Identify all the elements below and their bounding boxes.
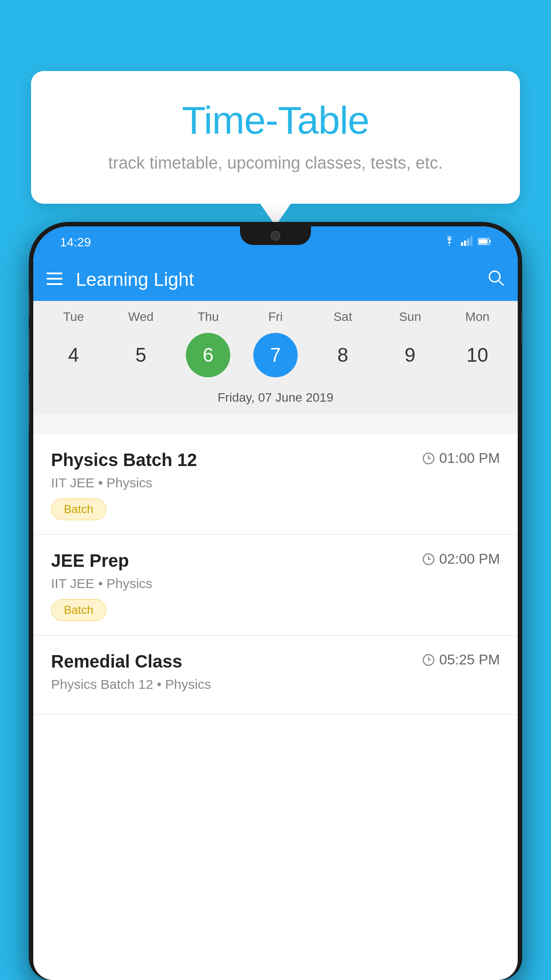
svg-rect-8 [47, 278, 63, 280]
day-8[interactable]: 8 [321, 333, 365, 377]
app-title: Learning Light [76, 269, 488, 290]
svg-rect-6 [479, 239, 488, 244]
svg-rect-7 [47, 273, 63, 274]
tooltip-subtitle: track timetable, upcoming classes, tests… [53, 154, 498, 173]
phone-shell: 14:29 [29, 222, 522, 980]
svg-rect-5 [489, 240, 491, 243]
phone-screen: 14:29 [33, 226, 518, 980]
schedule-item-2-title: JEE Prep [51, 551, 129, 571]
calendar-strip: Tue Wed Thu Fri Sat Sun Mon 4 5 6 7 8 9 … [33, 301, 518, 414]
day-headers: Tue Wed Thu Fri Sat Sun Mon [33, 310, 518, 328]
day-header-sun: Sun [388, 310, 432, 324]
notch [240, 226, 311, 245]
selected-date-label: Friday, 07 June 2019 [33, 386, 518, 414]
wifi-icon [443, 236, 456, 249]
schedule-item-2-tag: Batch [51, 599, 106, 621]
day-9[interactable]: 9 [388, 333, 432, 377]
schedule-item-2-sub: IIT JEE • Physics [51, 576, 500, 591]
schedule-item-2[interactable]: JEE Prep 02:00 PM IIT JEE • Physics Batc… [33, 535, 518, 636]
day-header-sat: Sat [321, 310, 365, 324]
schedule-item-3-sub: Physics Batch 12 • Physics [51, 677, 500, 692]
schedule-item-1-title: Physics Batch 12 [51, 450, 197, 470]
schedule-item-3-title: Remedial Class [51, 652, 182, 672]
status-time: 14:29 [60, 235, 91, 249]
volume-up-button [29, 293, 30, 317]
schedule-item-3-time: 05:25 PM [422, 652, 500, 668]
svg-point-10 [489, 271, 500, 282]
schedule-item-1-tag: Batch [51, 498, 106, 520]
assistant-button [29, 382, 30, 426]
power-button [521, 311, 522, 346]
tooltip-card: Time-Table track timetable, upcoming cla… [31, 71, 520, 204]
day-header-mon: Mon [455, 310, 500, 324]
day-header-thu: Thu [186, 310, 230, 324]
schedule-item-1-time: 01:00 PM [422, 450, 500, 466]
clock-icon-1 [422, 452, 435, 465]
svg-rect-0 [461, 242, 463, 246]
status-icons [443, 236, 491, 249]
clock-icon-3 [422, 654, 435, 666]
day-10[interactable]: 10 [455, 333, 500, 377]
svg-line-11 [499, 281, 504, 285]
schedule-item-3[interactable]: Remedial Class 05:25 PM Physics Batch 12… [33, 636, 518, 715]
svg-rect-3 [470, 236, 472, 246]
day-header-wed: Wed [119, 310, 163, 324]
day-header-fri: Fri [253, 310, 298, 324]
clock-icon-2 [422, 553, 435, 565]
tooltip-title: Time-Table [53, 98, 498, 143]
day-5[interactable]: 5 [119, 333, 163, 377]
schedule-item-1-header: Physics Batch 12 01:00 PM [51, 450, 500, 470]
day-numbers: 4 5 6 7 8 9 10 [33, 328, 518, 386]
day-6-today[interactable]: 6 [186, 333, 230, 377]
search-icon[interactable] [488, 269, 504, 290]
signal-icon [461, 236, 472, 249]
day-7-selected[interactable]: 7 [253, 333, 298, 377]
camera [271, 231, 280, 241]
hamburger-icon[interactable] [47, 271, 63, 288]
svg-rect-9 [47, 283, 63, 285]
svg-rect-1 [464, 241, 466, 246]
schedule-item-3-header: Remedial Class 05:25 PM [51, 652, 500, 672]
battery-icon [478, 237, 491, 248]
volume-down-button [29, 328, 30, 373]
schedule-item-2-header: JEE Prep 02:00 PM [51, 551, 500, 571]
day-header-tue: Tue [51, 310, 96, 324]
schedule-list: Physics Batch 12 01:00 PM IIT JEE • Phys… [33, 434, 518, 980]
svg-rect-2 [467, 239, 469, 246]
schedule-item-1-sub: IIT JEE • Physics [51, 475, 500, 490]
day-4[interactable]: 4 [51, 333, 96, 377]
schedule-item-2-time: 02:00 PM [422, 551, 500, 567]
schedule-item-1[interactable]: Physics Batch 12 01:00 PM IIT JEE • Phys… [33, 434, 518, 535]
app-bar: Learning Light [33, 258, 518, 301]
